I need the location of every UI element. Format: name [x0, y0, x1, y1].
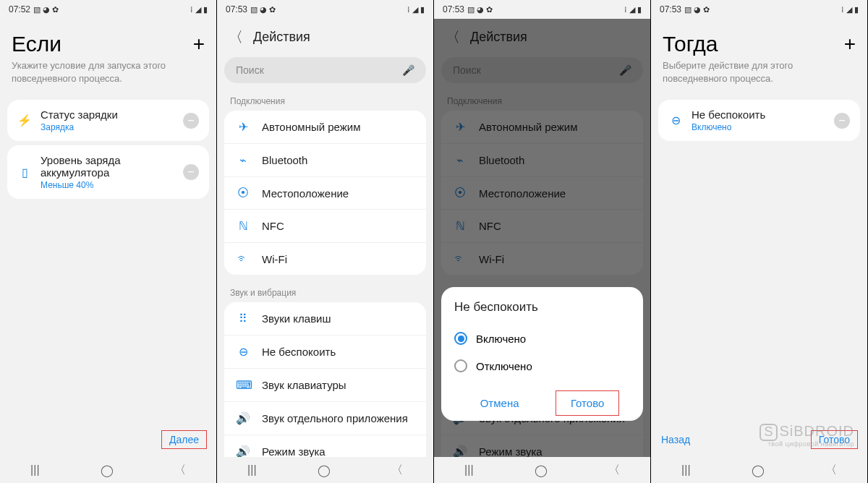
list-item[interactable]: ⦿Местоположение [224, 177, 426, 210]
nav-bar: ||| ◯ 〈 [434, 457, 650, 483]
recents-icon[interactable]: ||| [247, 463, 256, 476]
done-button[interactable]: Готово [556, 391, 618, 415]
condition-card-battery[interactable]: ▯ Уровень заряда аккумулятора Меньше 40%… [7, 145, 209, 199]
screen-if: 07:52▧ ◕ ✿ ⁞ ◢ ▮ Если + Укажите условие … [0, 0, 217, 483]
page-title: Если [12, 32, 61, 56]
home-icon[interactable]: ◯ [101, 463, 114, 477]
remove-button[interactable]: − [183, 164, 199, 180]
radio-label: Включено [476, 333, 526, 345]
card-subtitle: Включено [692, 122, 825, 132]
list-item[interactable]: ⌨Звук клавиатуры [224, 369, 426, 402]
list-item[interactable]: ᯤWi-Fi [224, 243, 426, 275]
header-title: Действия [253, 30, 310, 45]
list-item[interactable]: 🔊Режим звука [224, 435, 426, 457]
battery-icon: ▯ [17, 166, 32, 179]
screen-actions-dialog: 07:53▧ ◕ ✿ ⁞ ◢ ▮ 〈 Действия Поиск 🎤 Подк… [434, 0, 651, 483]
status-icons-right: ⁞ ◢ ▮ [190, 5, 208, 14]
status-bar: 07:53▧ ◕ ✿ ⁞ ◢ ▮ [651, 0, 867, 19]
status-icons-left: ▧ ◕ ✿ [250, 5, 276, 14]
dialog-title: Не беспокоить [454, 300, 630, 315]
clock: 07:53 [660, 4, 681, 14]
list-label: Местоположение [262, 187, 349, 200]
list-icon: ✈ [236, 120, 250, 134]
section-connections: Подключения [217, 90, 433, 111]
remove-button[interactable]: − [183, 113, 199, 129]
back-icon[interactable]: 〈 [825, 463, 837, 478]
list-label: Режим звука [262, 445, 326, 457]
next-button[interactable]: Далее [162, 431, 206, 448]
section-sound: Звук и вибрация [217, 282, 433, 302]
dnd-icon: ⊖ [668, 114, 683, 127]
list-item[interactable]: ⊖Не беспокоить [224, 335, 426, 369]
lightning-icon: ⚡ [17, 114, 32, 127]
list-item[interactable]: ✈Автономный режим [224, 111, 426, 144]
status-icons-left: ▧ ◕ ✿ [467, 5, 493, 14]
back-arrow-icon[interactable]: 〈 [229, 27, 243, 47]
list-icon: 🔊 [236, 445, 250, 457]
list-item[interactable]: ⌁Bluetooth [224, 144, 426, 177]
home-icon[interactable]: ◯ [318, 463, 331, 477]
done-button[interactable]: Готово [812, 431, 857, 448]
radio-disabled[interactable]: Отключено [454, 352, 630, 380]
list-icon: ℕ [236, 219, 250, 233]
recents-icon[interactable]: ||| [30, 463, 39, 476]
radio-label: Отключено [476, 360, 532, 372]
status-icons-left: ▧ ◕ ✿ [33, 5, 59, 14]
radio-enabled[interactable]: Включено [454, 325, 630, 352]
radio-icon [454, 332, 467, 345]
cancel-button[interactable]: Отмена [466, 391, 534, 415]
list-label: Не беспокоить [262, 346, 336, 358]
status-bar: 07:52▧ ◕ ✿ ⁞ ◢ ▮ [0, 0, 216, 19]
search-placeholder: Поиск [236, 64, 264, 76]
list-icon: ⦿ [236, 187, 250, 200]
page-title: Тогда [663, 32, 718, 56]
back-icon[interactable]: 〈 [391, 463, 403, 478]
nav-bar: ||| ◯ 〈 [651, 457, 867, 483]
back-icon[interactable]: 〈 [608, 463, 620, 478]
page-subtitle: Выберите действие для этого повседневног… [651, 59, 867, 95]
home-icon[interactable]: ◯ [752, 463, 765, 477]
nav-bar: ||| ◯ 〈 [217, 457, 433, 483]
home-icon[interactable]: ◯ [535, 463, 548, 477]
mic-icon[interactable]: 🎤 [402, 64, 414, 76]
status-icons-right: ⁞ ◢ ▮ [841, 5, 859, 14]
list-item[interactable]: ⠿Звуки клавиш [224, 302, 426, 335]
recents-icon[interactable]: ||| [464, 463, 473, 476]
page-subtitle: Укажите условие для запуска этого повсед… [0, 59, 216, 95]
list-label: Звук клавиатуры [262, 379, 346, 391]
card-subtitle: Меньше 40% [41, 180, 174, 190]
remove-button[interactable]: − [834, 113, 850, 129]
list-item[interactable]: ℕNFC [224, 210, 426, 243]
back-button[interactable]: Назад [661, 434, 690, 445]
list-label: Bluetooth [262, 154, 307, 166]
list-icon: 🔊 [236, 411, 250, 425]
clock: 07:53 [226, 4, 247, 14]
condition-card-charging[interactable]: ⚡ Статус зарядки Зарядка − [7, 100, 209, 141]
list-icon: ⠿ [236, 312, 250, 325]
list-label: Автономный режим [262, 121, 360, 133]
clock: 07:53 [443, 4, 464, 14]
radio-icon [454, 359, 467, 372]
list-item[interactable]: 🔊Звук отдельного приложения [224, 402, 426, 435]
status-icons-right: ⁞ ◢ ▮ [624, 5, 642, 14]
add-button[interactable]: + [844, 33, 856, 56]
card-title: Не беспокоить [692, 108, 825, 121]
action-card-dnd[interactable]: ⊖ Не беспокоить Включено − [658, 100, 860, 141]
list-icon: ⊖ [236, 345, 250, 359]
card-title: Статус зарядки [41, 108, 174, 121]
list-label: NFC [262, 220, 284, 232]
dnd-dialog: Не беспокоить Включено Отключено Отмена … [441, 287, 643, 421]
status-bar: 07:53▧ ◕ ✿ ⁞ ◢ ▮ [434, 0, 650, 19]
status-bar: 07:53▧ ◕ ✿ ⁞ ◢ ▮ [217, 0, 433, 19]
search-input[interactable]: Поиск 🎤 [224, 57, 426, 83]
list-label: Звуки клавиш [262, 312, 331, 325]
recents-icon[interactable]: ||| [681, 463, 690, 476]
card-subtitle: Зарядка [41, 122, 174, 132]
list-label: Звук отдельного приложения [262, 412, 408, 424]
status-icons-right: ⁞ ◢ ▮ [407, 5, 425, 14]
list-icon: ⌁ [236, 153, 250, 167]
status-icons-left: ▧ ◕ ✿ [684, 5, 710, 14]
screen-actions: 07:53▧ ◕ ✿ ⁞ ◢ ▮ 〈 Действия Поиск 🎤 Подк… [217, 0, 434, 483]
back-icon[interactable]: 〈 [174, 463, 186, 478]
add-button[interactable]: + [193, 33, 205, 56]
